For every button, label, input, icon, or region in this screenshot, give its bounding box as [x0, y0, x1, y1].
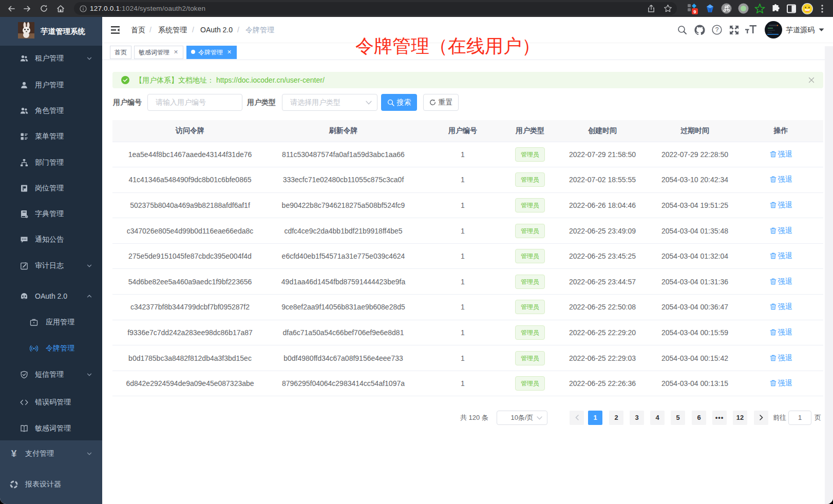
svg-text:?: ? [715, 26, 719, 33]
svg-text:9: 9 [693, 8, 696, 14]
